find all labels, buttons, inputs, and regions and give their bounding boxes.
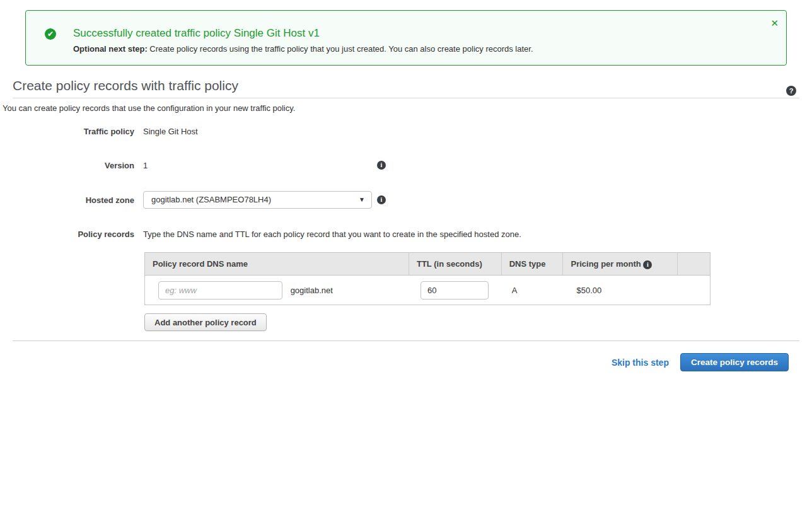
footer-divider — [13, 340, 799, 341]
policy-record-dns-input[interactable] — [158, 281, 282, 299]
traffic-policy-label: Traffic policy — [84, 127, 134, 136]
create-policy-records-button[interactable]: Create policy records — [680, 353, 789, 371]
footer-actions: Skip this step Create policy records — [612, 353, 789, 371]
hosted-zone-info-icon[interactable]: i — [377, 195, 386, 204]
header-dns-name: Policy record DNS name — [145, 253, 409, 275]
success-check-icon: ✔ — [45, 28, 56, 40]
header-ttl: TTL (in seconds) — [409, 253, 501, 275]
header-dns-type: DNS type — [501, 253, 563, 275]
page-header: Create policy records with traffic polic… — [13, 78, 799, 98]
policy-records-description: Type the DNS name and TTL for each polic… — [143, 230, 521, 239]
header-pricing-label: Pricing per month — [571, 259, 641, 269]
table-header-row: Policy record DNS name TTL (in seconds) … — [145, 253, 710, 276]
skip-this-step-link[interactable]: Skip this step — [612, 358, 669, 368]
hosted-zone-select[interactable]: gogitlab.net (ZSABMPEO78LH4) ▼ — [143, 191, 372, 209]
page-description: You can create policy records that use t… — [3, 103, 295, 113]
hosted-zone-label: Hosted zone — [86, 195, 134, 205]
banner-next-step-text: Create policy records using the traffic … — [148, 44, 533, 54]
cell-dns-name: gogitlab.net — [145, 281, 409, 299]
header-pricing: Pricing per month i — [562, 253, 677, 275]
hosted-zone-selected-value: gogitlab.net (ZSABMPEO78LH4) — [151, 195, 271, 204]
traffic-policy-value: Single Git Host — [143, 127, 198, 136]
close-icon[interactable]: ✕ — [770, 18, 779, 28]
header-empty — [677, 253, 710, 275]
policy-records-label: Policy records — [78, 230, 134, 239]
version-label: Version — [105, 161, 134, 170]
add-policy-record-button[interactable]: Add another policy record — [144, 313, 267, 331]
dns-suffix: gogitlab.net — [291, 286, 333, 295]
policy-records-table: Policy record DNS name TTL (in seconds) … — [144, 252, 710, 305]
pricing-info-icon[interactable]: i — [643, 260, 652, 269]
banner-next-step-label: Optional next step: — [73, 44, 148, 54]
banner-next-step: Optional next step: Create policy record… — [73, 44, 533, 54]
version-info-icon[interactable]: i — [377, 161, 386, 170]
help-icon[interactable]: ? — [786, 86, 796, 96]
success-banner: ✔ Successfully created traffic policy Si… — [25, 10, 787, 66]
ttl-input[interactable] — [420, 281, 489, 299]
version-value: 1 — [143, 161, 148, 170]
cell-ttl — [409, 281, 501, 299]
cell-dns-type: A — [501, 286, 563, 295]
banner-title: Successfully created traffic policy Sing… — [73, 27, 320, 40]
cell-pricing: $50.00 — [562, 286, 677, 295]
page-title: Create policy records with traffic polic… — [13, 78, 238, 93]
table-row: gogitlab.net A $50.00 — [145, 276, 710, 305]
chevron-down-icon: ▼ — [359, 192, 365, 208]
